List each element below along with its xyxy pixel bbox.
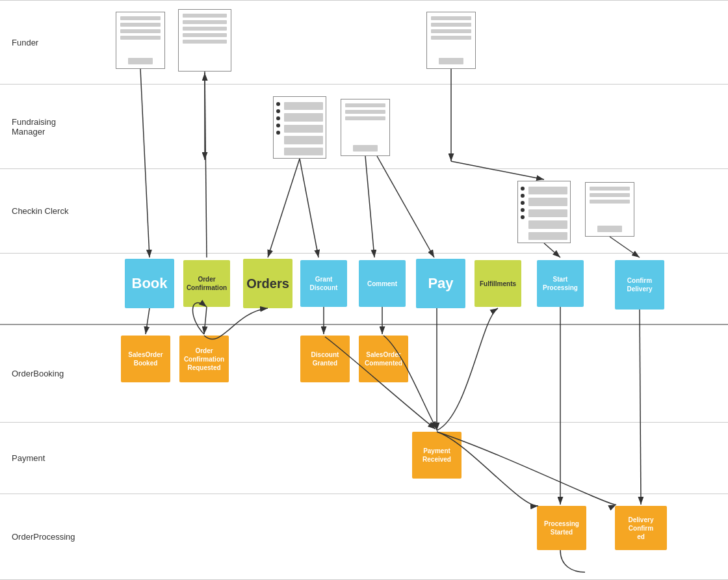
task-order-confirmation[interactable]: OrderConfirmation	[183, 260, 230, 307]
fm-ui-box-list	[273, 96, 326, 159]
funder-ui-box-1	[116, 12, 165, 69]
diagram-container: Funder Fundraising Manager Checkin Clerc…	[0, 0, 728, 580]
event-order-confirmation-requested: OrderConfirmationRequested	[179, 336, 229, 382]
event-discount-granted: DiscountGranted	[300, 336, 350, 382]
lane-funder: Funder	[0, 0, 728, 85]
task-pay[interactable]: Pay	[416, 259, 465, 308]
task-start-processing[interactable]: StartProcessing	[537, 260, 584, 307]
event-processing-started: ProcessingStarted	[537, 506, 586, 550]
lane-orderbooking-label: OrderBooking	[0, 369, 84, 378]
cc-ui-box-form	[585, 182, 634, 237]
lane-funder-label: Funder	[0, 38, 84, 47]
lane-orderprocessing-label: OrderProcessing	[0, 532, 84, 542]
lane-checkin-label: Checkin Clerck	[0, 206, 84, 216]
event-salesorder-booked: SalesOrderBooked	[121, 336, 170, 382]
event-delivery-confirmed: DeliveryConfirmed	[615, 506, 667, 550]
lane-payment-label: Payment	[0, 453, 84, 463]
task-fulfillments[interactable]: Fulfillments	[474, 260, 521, 307]
task-book[interactable]: Book	[125, 259, 174, 308]
task-confirm-delivery[interactable]: ConfirmDelivery	[615, 260, 664, 310]
funder-ui-box-2	[178, 9, 231, 72]
task-grant-discount[interactable]: GrantDiscount	[300, 260, 347, 307]
task-orders[interactable]: Orders	[243, 259, 292, 308]
fm-ui-box-form	[341, 99, 390, 156]
task-comment[interactable]: Comment	[359, 260, 406, 307]
cc-ui-box-list	[517, 181, 571, 243]
event-payment-received: PaymentReceived	[412, 432, 462, 479]
funder-ui-box-3	[426, 12, 476, 69]
lane-payment: Payment	[0, 423, 728, 494]
event-salesorder-commented: SalesOrderCommented	[359, 336, 408, 382]
lane-fundraising-label: Fundraising Manager	[0, 117, 84, 137]
